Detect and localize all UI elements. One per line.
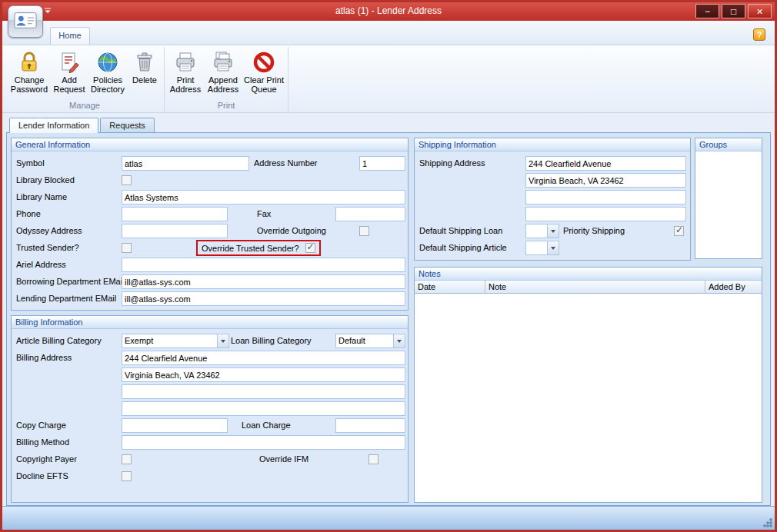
override-outgoing-label: Override Outgoing: [257, 226, 326, 235]
library-name-label: Library Name: [16, 192, 67, 201]
phone-input[interactable]: [122, 207, 228, 221]
notes-column-note[interactable]: Note: [485, 281, 705, 293]
request-form-icon: [56, 49, 82, 75]
shipping-address-line2-input[interactable]: [525, 173, 686, 188]
change-password-button[interactable]: Change Password: [8, 47, 51, 95]
shipping-information-panel: Shipping Information Shipping Address: [414, 138, 691, 261]
phone-label: Phone: [16, 209, 41, 218]
override-ifm-checkbox[interactable]: [368, 454, 378, 464]
clear-print-queue-button[interactable]: Clear Print Queue: [242, 47, 285, 95]
shipping-address-line3-input[interactable]: [525, 190, 686, 204]
general-information-title: General Information: [12, 138, 408, 151]
priority-shipping-checkbox[interactable]: [674, 226, 684, 236]
default-shipping-loan-label: Default Shipping Loan: [419, 226, 502, 235]
billing-address-label: Billing Address: [16, 353, 72, 362]
append-address-button[interactable]: Append Address: [204, 47, 242, 95]
maximize-button[interactable]: □: [722, 4, 745, 18]
fax-input[interactable]: [335, 207, 405, 221]
library-name-input[interactable]: [122, 190, 405, 204]
app-window: atlas (1) - Lender Address − □ × Home ? …: [0, 0, 777, 532]
form-row: Lending Department EMail: [12, 291, 408, 308]
ribbon-group-print: Print Address Append Address Clear Print…: [165, 47, 288, 112]
override-trusted-sender-label: Override Trusted Sender?: [202, 244, 299, 253]
minimize-button[interactable]: −: [695, 4, 719, 18]
policies-directory-button[interactable]: Policies Directory: [88, 47, 128, 95]
address-number-input[interactable]: [359, 156, 405, 171]
copyright-payer-checkbox[interactable]: [122, 454, 132, 464]
notes-table-body: [415, 294, 762, 502]
groups-listbox[interactable]: [695, 151, 762, 258]
chevron-down-icon[interactable]: [547, 224, 559, 238]
billing-address-line4-input[interactable]: [122, 401, 405, 416]
form-row: Billing Address: [12, 350, 408, 367]
default-shipping-article-select[interactable]: [525, 241, 559, 255]
form-row: Library Name: [12, 189, 408, 206]
override-trusted-sender-checkbox[interactable]: [305, 243, 315, 253]
copy-charge-input[interactable]: [122, 418, 228, 433]
chevron-down-icon[interactable]: [393, 334, 405, 347]
ariel-address-input[interactable]: [122, 258, 405, 272]
borrowing-email-label: Borrowing Department EMail: [16, 277, 125, 286]
form-row: Trusted Sender? Override Trusted Sender?: [12, 240, 408, 257]
chevron-down-icon[interactable]: [547, 241, 559, 254]
symbol-input[interactable]: [122, 156, 249, 171]
printer-append-icon: [210, 49, 236, 75]
general-information-panel: General Information Symbol Address Numbe…: [11, 138, 409, 311]
billing-address-line3-input[interactable]: [122, 384, 405, 399]
application-menu-button[interactable]: [8, 5, 43, 38]
notes-column-added-by[interactable]: Added By: [705, 281, 762, 293]
shipping-address-line4-input[interactable]: [525, 207, 686, 221]
article-billing-category-label: Article Billing Category: [16, 336, 102, 345]
fax-label: Fax: [257, 209, 271, 218]
loan-billing-category-select[interactable]: Default: [335, 334, 405, 348]
document-tabstrip: Lender Information Requests: [6, 116, 771, 132]
print-address-button[interactable]: Print Address: [167, 47, 204, 95]
lending-email-input[interactable]: [122, 291, 405, 306]
docline-efts-label: Docline EFTS: [16, 471, 68, 480]
form-row: [12, 384, 408, 401]
shipping-address-label: Shipping Address: [419, 158, 485, 168]
default-shipping-loan-select[interactable]: [525, 224, 559, 238]
form-row: Docline EFTS: [12, 468, 408, 485]
billing-address-line1-input[interactable]: [122, 351, 405, 365]
ribbon-group-label-print: Print: [167, 101, 285, 112]
form-row: [12, 367, 408, 384]
trusted-sender-checkbox[interactable]: [122, 243, 132, 253]
library-blocked-checkbox[interactable]: [122, 175, 132, 185]
form-row: Library Blocked: [12, 172, 408, 189]
notes-column-date[interactable]: Date: [415, 281, 485, 293]
billing-address-line2-input[interactable]: [122, 367, 405, 382]
borrowing-email-input[interactable]: [122, 274, 405, 289]
close-button[interactable]: ×: [748, 4, 772, 18]
billing-method-input[interactable]: [122, 435, 405, 450]
delete-button[interactable]: Delete: [128, 47, 162, 85]
override-outgoing-checkbox[interactable]: [359, 226, 369, 236]
help-icon[interactable]: ?: [753, 28, 765, 41]
priority-shipping-label: Priority Shipping: [563, 226, 625, 235]
form-row: Symbol Address Number: [12, 155, 408, 172]
loan-charge-input[interactable]: [335, 418, 405, 433]
form-row: Ariel Address: [12, 257, 408, 274]
copyright-payer-label: Copyright Payer: [16, 454, 77, 464]
globe-icon: [95, 49, 121, 75]
ribbon-tab-home[interactable]: Home: [50, 27, 90, 45]
resize-grip[interactable]: [763, 518, 772, 527]
article-billing-category-select[interactable]: Exempt: [122, 334, 229, 348]
chevron-down-icon[interactable]: [217, 334, 228, 347]
tab-lender-information[interactable]: Lender Information: [9, 118, 98, 133]
shipping-address-line1-input[interactable]: [525, 156, 686, 171]
status-bar: [2, 506, 775, 530]
printer-icon: [172, 49, 198, 75]
lending-email-label: Lending Department EMail: [16, 294, 116, 303]
ribbon-group-manage: Change Password Add Request Policies Dir…: [5, 47, 165, 112]
form-row: Article Billing Category Exempt Loan Bil…: [12, 333, 408, 350]
docline-efts-checkbox[interactable]: [122, 471, 132, 481]
trash-icon: [132, 49, 158, 75]
tab-requests[interactable]: Requests: [100, 118, 154, 132]
odyssey-address-input[interactable]: [122, 224, 228, 238]
contact-card-icon: [12, 8, 38, 35]
form-row: Default Shipping Loan Priority Shipping: [415, 223, 690, 240]
ribbon-tab-row: Home ?: [2, 21, 775, 45]
add-request-button[interactable]: Add Request: [51, 47, 88, 95]
copy-charge-label: Copy Charge: [16, 421, 66, 430]
